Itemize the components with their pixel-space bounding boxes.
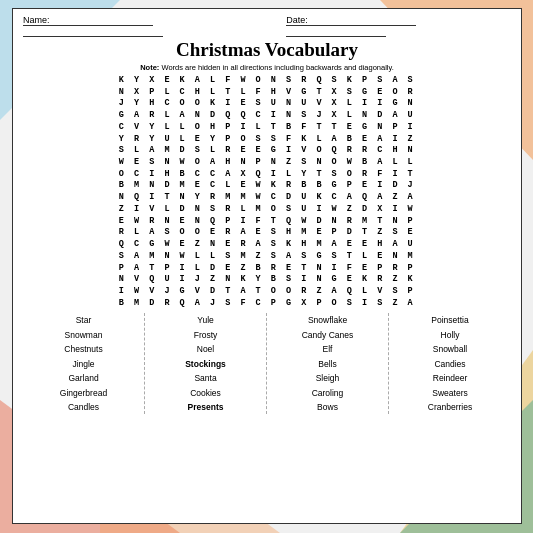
word-column: SnowflakeCandy CanesElfBellsSleighCaroli… [267,313,389,414]
grid-row: B M D R Q A J S F C P G X P O S I S Z A [119,298,415,310]
grid-row: O C I H B C C A X Q I L Y T S O R F I T [119,169,415,181]
grid-row: Z I V L D N S R L M O S U I W Z D X I W [119,204,415,216]
grid-row: J Y H C O O K I E S U N U V X L I I G N [119,98,415,110]
grid-row: Y R Y U L E Y P O S S F K L A B E A I Z [119,134,415,146]
word-item: Chestnuts [27,342,140,356]
word-item: Caroling [271,386,384,400]
word-item: Candy Canes [271,328,384,342]
grid-row: R L A S O O E R A E S H M E P D T Z S E [119,227,415,239]
grid-row: G A R L A N D Q Q C I N S J X L N D A U [119,110,415,122]
grid-row: B M N D M E C L E W K R B B G P E I D J [119,180,415,192]
word-item: Bells [271,357,384,371]
grid-container: K Y X E K A L F W O N S R Q S K P S A SN… [23,75,511,309]
word-item: Cookies [149,386,262,400]
date-label: Date: [286,15,416,26]
note: Note: Words are hidden in all directions… [23,63,511,72]
header: Name: Date: [23,15,511,37]
word-item: Sweaters [393,386,507,400]
word-list: StarSnowmanChestnutsJingleGarlandGingerb… [23,313,511,414]
grid-row: K Y X E K A L F W O N S R Q S K P S A S [119,75,415,87]
note-text: Words are hidden in all directions inclu… [161,63,393,72]
date-line [286,26,386,37]
word-item: Stockings [149,357,262,371]
word-item: Jingle [27,357,140,371]
word-item: Star [27,313,140,327]
word-item: Santa [149,371,262,385]
word-column: PoinsettiaHollySnowballCandiesReindeerSw… [389,313,511,414]
worksheet: Name: Date: Christmas Vocabulary Note: W… [12,8,522,524]
grid-row: I W V J G V D T A T O O R Z A Q L V S P [119,286,415,298]
word-item: Sleigh [271,371,384,385]
word-item: Snowflake [271,313,384,327]
grid-row: E W R N E N Q P I F T Q W D N R M T N P [119,216,415,228]
page-title: Christmas Vocabulary [23,39,511,61]
word-item: Presents [149,400,262,414]
name-line [23,26,163,37]
word-item: Reindeer [393,371,507,385]
grid-row: N V Q U I J Z N K Y B S I N G E K R Z K [119,274,415,286]
grid-row: S A M N W L L S M Z S A S G S T L E N M [119,251,415,263]
word-item: Garland [27,371,140,385]
word-item: Cranberries [393,400,507,414]
grid-row: Q C G W E Z N E R A S K H M A E E H A U [119,239,415,251]
word-item: Noel [149,342,262,356]
word-item: Poinsettia [393,313,507,327]
word-item: Candies [393,357,507,371]
word-item: Bows [271,400,384,414]
grid-row: P A T P I L D E Z B R E T N I F E P R P [119,263,415,275]
grid-row: N Q I T N Y R M M W C D U K C A Q A Z A [119,192,415,204]
word-item: Yule [149,313,262,327]
note-bold: Note: [140,63,159,72]
word-column: StarSnowmanChestnutsJingleGarlandGingerb… [23,313,145,414]
word-item: Snowball [393,342,507,356]
grid-row: S L A M D S L R E E G I V O Q R R C H N [119,145,415,157]
word-item: Gingerbread [27,386,140,400]
name-label: Name: [23,15,153,26]
word-item: Holly [393,328,507,342]
word-search-grid: K Y X E K A L F W O N S R Q S K P S A SN… [119,75,415,309]
grid-row: C V Y L L O H P I L T B F T T E G N P I [119,122,415,134]
word-column: YuleFrostyNoelStockingsSantaCookiesPrese… [145,313,267,414]
word-item: Candles [27,400,140,414]
grid-row: N X P L C H L T L F H V G T X S G E O R [119,87,415,99]
word-item: Snowman [27,328,140,342]
word-item: Elf [271,342,384,356]
word-item: Frosty [149,328,262,342]
grid-row: W E S N W O A H N P N Z S N O W B A L L [119,157,415,169]
